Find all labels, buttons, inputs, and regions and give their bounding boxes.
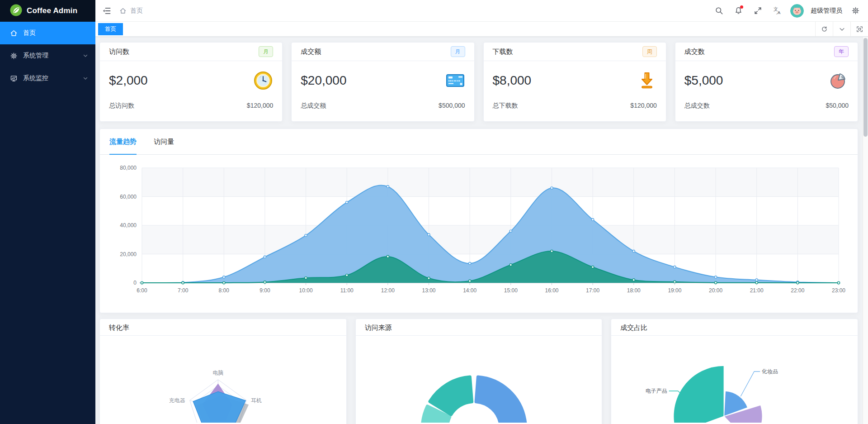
svg-text:化妆品: 化妆品 [762,368,778,375]
stat-card-turnover: 成交额 月 $20,000 总成交额 $500,000 [291,42,474,122]
svg-text:19:00: 19:00 [668,287,681,294]
collapse-sidebar-button[interactable] [100,5,113,17]
stat-value: $5,000 [684,73,723,88]
svg-text:8:00: 8:00 [219,287,230,294]
pig-avatar-icon [790,4,804,18]
stat-value: $2,000 [109,73,148,88]
card-title: 访问来源 [356,319,602,336]
breadcrumb-label: 首页 [130,7,143,15]
stat-card-title: 访问数 [109,48,129,56]
breadcrumb[interactable]: 首页 [119,7,143,15]
svg-text:17:00: 17:00 [586,287,599,294]
period-badge: 年 [834,46,849,57]
svg-text:16:00: 16:00 [545,287,558,294]
svg-text:0: 0 [133,280,137,286]
period-badge: 周 [642,46,657,57]
sidebar-item-home[interactable]: 首页 [0,22,95,44]
maximize-content-button[interactable] [850,22,868,36]
tab-home[interactable]: 首页 [98,23,123,35]
sidebar: Coffee Admin 首页 系统管理 系统监控 [0,0,95,424]
svg-text:6:00: 6:00 [137,287,147,294]
card-title: 成交占比 [611,319,858,336]
period-badge: 月 [259,46,273,57]
stat-card-title: 下载数 [493,48,513,56]
fullscreen-icon [754,6,762,15]
pie-chart-icon: % [829,71,849,91]
stat-card-title: 成交数 [684,48,705,56]
traffic-trend-card: 流量趋势 访问量 020,00040,00060,00080,0006:007:… [99,129,858,313]
home-icon [119,7,127,14]
svg-text:60,000: 60,000 [120,194,137,200]
fold-icon [102,6,111,15]
deal-share-card: 成交占比 电子产品化妆品 [611,319,858,424]
notifications-button[interactable] [732,5,745,17]
rose-pie-chart: 电子产品化妆品 [611,336,858,423]
stat-card-downloads: 下载数 周 $8,000 总下载数 $120,000 [483,42,666,122]
stat-card-visits: 访问数 月 $2,000 总访问数 $120,000 [99,42,283,122]
svg-text:20:00: 20:00 [709,287,722,294]
stat-footer-value: $50,000 [826,102,849,110]
user-avatar[interactable] [790,4,804,18]
stat-footer-label: 总下载数 [493,102,518,110]
fullscreen-button[interactable] [751,5,764,17]
clock-icon [253,71,273,91]
topbar: 首页 文A 超级管理员 [95,0,868,22]
svg-text:21:00: 21:00 [750,287,764,294]
stat-cards-row: 访问数 月 $2,000 总访问数 $120,000 成交额 [99,42,858,122]
sidebar-item-label: 系统监控 [23,74,77,82]
svg-text:充电器: 充电器 [169,397,185,404]
svg-text:20,000: 20,000 [120,251,137,257]
svg-text:耳机: 耳机 [251,397,262,404]
credit-card-icon [445,71,465,91]
stat-footer-label: 总成交数 [684,102,710,110]
stat-footer-label: 总成交额 [301,102,326,110]
tab-visit-volume[interactable]: 访问量 [154,129,174,154]
language-switch-button[interactable]: 文A [771,5,783,17]
svg-text:7:00: 7:00 [178,287,189,294]
tab-traffic-trend[interactable]: 流量趋势 [109,129,137,154]
trend-tabs: 流量趋势 访问量 [100,129,858,155]
sidebar-item-system-admin[interactable]: 系统管理 [0,44,95,67]
visit-source-card: 访问来源 [355,319,603,424]
sidebar-item-label: 首页 [23,29,88,37]
stat-card-title: 成交额 [301,48,321,56]
app-title: Coffee Admin [27,6,77,15]
search-icon [715,6,723,15]
svg-text:15:00: 15:00 [504,287,518,294]
svg-text:13:00: 13:00 [422,287,436,294]
tabs-dropdown-button[interactable] [833,22,850,36]
page-content: 访问数 月 $2,000 总访问数 $120,000 成交额 [95,37,868,424]
chevron-down-icon [83,53,88,58]
refresh-tab-button[interactable] [815,22,833,36]
donut-chart [356,336,602,423]
chevron-down-icon [83,76,88,81]
stat-footer-value: $500,000 [439,102,465,110]
chevron-down-icon [839,26,845,33]
translate-icon: 文A [773,6,782,15]
home-icon [10,29,18,37]
conversion-rate-card: 转化率 电脑耳机充电器 [99,319,347,424]
scrollbar-thumb[interactable] [863,38,868,137]
stat-footer-value: $120,000 [247,102,273,110]
app-logo[interactable]: Coffee Admin [0,0,95,22]
svg-text:22:00: 22:00 [791,287,804,294]
stat-value: $20,000 [301,73,346,88]
stat-card-deals: 成交数 年 $5,000 % 总成交数 $50,000 [675,42,858,122]
stat-footer-value: $120,000 [630,102,656,110]
search-button[interactable] [712,5,725,17]
area-chart: 020,00040,00060,00080,0006:007:008:009:0… [100,155,858,312]
download-icon [637,71,657,91]
leaf-logo-icon [10,4,22,18]
settings-button[interactable] [849,5,862,17]
gear-icon [10,52,18,60]
card-title: 转化率 [100,319,346,336]
gear-icon [851,6,860,15]
svg-text:23:00: 23:00 [832,287,845,294]
sidebar-item-system-monitor[interactable]: 系统监控 [0,67,95,90]
username-label[interactable]: 超级管理员 [811,7,842,15]
svg-text:电脑: 电脑 [212,370,223,376]
period-badge: 月 [451,46,465,57]
sidebar-item-label: 系统管理 [23,52,77,60]
maximize-icon [856,25,863,33]
notification-badge [740,5,743,9]
